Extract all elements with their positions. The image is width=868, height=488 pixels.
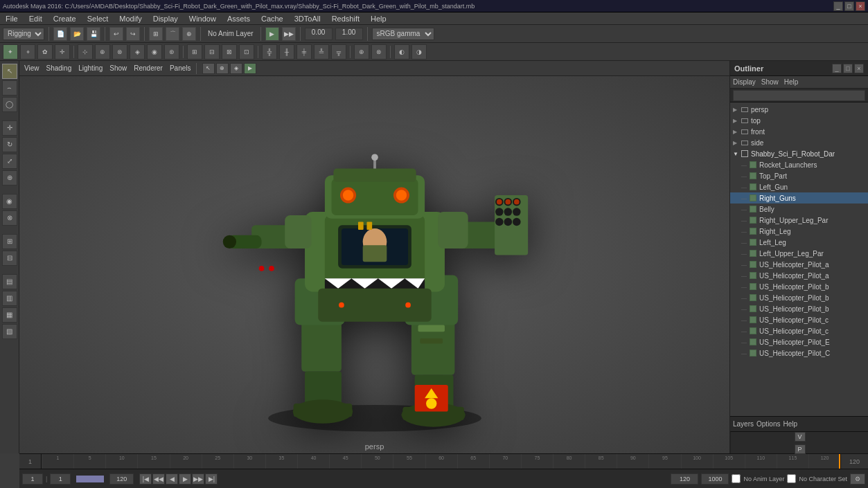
timeline-ruler[interactable]: 1510152025303540455055606570758085909510… xyxy=(42,454,840,469)
outliner-item-persp[interactable]: ▶ persp xyxy=(730,104,868,115)
outliner-item-leftgun[interactable]: — Left_Gun xyxy=(730,181,868,192)
help-tab[interactable]: Help xyxy=(783,420,797,428)
pose-tool-4[interactable]: ╩ xyxy=(314,44,329,60)
menu-help[interactable]: Help xyxy=(368,15,389,23)
go-start-button[interactable]: |◀ xyxy=(139,473,152,485)
vp-button[interactable]: V xyxy=(795,432,806,442)
rig-tool-4[interactable]: ⊡ xyxy=(239,44,254,60)
maximize-button[interactable]: □ xyxy=(844,1,854,11)
show-button[interactable]: ▤ xyxy=(2,274,17,289)
menu-display[interactable]: Display xyxy=(150,15,181,23)
soft-mod2-button[interactable]: ⊗ xyxy=(2,210,17,226)
rig-tool-1[interactable]: ⊞ xyxy=(187,44,202,60)
playrange-bar[interactable] xyxy=(76,476,104,482)
vp-render-btn[interactable]: ◈ xyxy=(230,63,242,74)
layer3-button[interactable]: ▧ xyxy=(2,324,17,339)
move-button[interactable]: ✛ xyxy=(2,120,17,136)
outliner-search-input[interactable] xyxy=(733,90,865,101)
menu-window[interactable]: Window xyxy=(186,15,219,23)
camera2-button[interactable]: ⊟ xyxy=(2,251,17,266)
outliner-item-leftupperleg[interactable]: — Left_Upper_Leg_Par xyxy=(730,248,868,259)
vp-select-btn[interactable]: ↖ xyxy=(202,63,215,74)
vp-playblast-btn[interactable]: ▶ xyxy=(244,63,256,74)
range-end-input[interactable] xyxy=(671,473,698,485)
outliner-item-heli9[interactable]: — US_Helicopter_Pilot_C xyxy=(730,347,868,359)
outliner-item-belly[interactable]: — Belly xyxy=(730,204,868,215)
outliner-close[interactable]: × xyxy=(854,64,864,73)
lighting-menu[interactable]: Lighting xyxy=(76,64,105,72)
prev-frame-button[interactable]: ◀ xyxy=(166,473,178,485)
show-menu[interactable]: Show xyxy=(107,64,129,72)
outliner-item-root[interactable]: ▼ Shabby_Sci_Fi_Robot_Dar xyxy=(730,148,868,159)
camera-button[interactable]: ⊞ xyxy=(2,234,17,249)
menu-3dtoall[interactable]: 3DToAll xyxy=(292,15,324,23)
outliner-item-heli2[interactable]: — US_Helicopter_Pilot_a xyxy=(730,270,868,281)
lasso-tool-button[interactable]: ⌖ xyxy=(20,44,35,60)
redo-button[interactable]: ↪ xyxy=(126,27,140,41)
options-button[interactable]: ⚙ xyxy=(850,473,865,485)
transform-input[interactable]: 0.00 xyxy=(305,28,333,40)
render-seq-button[interactable]: ▶▶ xyxy=(282,27,296,41)
layer-button[interactable]: ▥ xyxy=(2,291,17,306)
move-tool-button[interactable]: ✛ xyxy=(55,44,70,60)
shading-menu[interactable]: Shading xyxy=(44,64,74,72)
options-tab[interactable]: Options xyxy=(756,420,780,428)
close-button[interactable]: × xyxy=(856,1,865,11)
mode-select[interactable]: Rigging xyxy=(3,28,44,40)
prev-key-button[interactable]: ◀◀ xyxy=(152,473,165,485)
outliner-maximize[interactable]: □ xyxy=(843,64,853,73)
pose-tool-3[interactable]: ╪ xyxy=(296,44,312,60)
soft-mod-button[interactable]: ◉ xyxy=(2,194,17,209)
time-end-input[interactable] xyxy=(109,473,134,485)
rotate-button[interactable]: ↻ xyxy=(2,137,17,152)
render-tool-1[interactable]: ◐ xyxy=(394,44,409,60)
select-mode-button[interactable]: ↖ xyxy=(2,64,17,79)
menu-create[interactable]: Create xyxy=(51,15,79,23)
transform-tool-1[interactable]: ⊹ xyxy=(78,44,93,60)
menu-assets[interactable]: Assets xyxy=(224,15,253,23)
play-button[interactable]: ▶ xyxy=(179,473,191,485)
outliner-item-heli5[interactable]: — US_Helicopter_Pilot_b xyxy=(730,303,868,314)
select-tool-button[interactable]: ✦ xyxy=(3,44,18,60)
scale-input[interactable]: 1.00 xyxy=(335,28,363,40)
outliner-item-heli8[interactable]: — US_Helicopter_Pilot_E xyxy=(730,336,868,347)
outliner-item-front[interactable]: ▶ front xyxy=(730,126,868,137)
current-frame-input[interactable] xyxy=(22,473,43,485)
outliner-item-heli1[interactable]: — US_Helicopter_Pilot_a xyxy=(730,259,868,270)
scale-button[interactable]: ⤢ xyxy=(2,154,17,169)
outliner-item-rightguns[interactable]: — Right_Guns xyxy=(730,192,868,204)
outliner-item-toppart[interactable]: — Top_Part xyxy=(730,170,868,181)
new-scene-button[interactable]: 📄 xyxy=(53,27,67,41)
transform-tool-6[interactable]: ⊛ xyxy=(164,44,179,60)
transform-tool-2[interactable]: ⊕ xyxy=(95,44,110,60)
outliner-item-heli4[interactable]: — US_Helicopter_Pilot_b xyxy=(730,292,868,303)
char-set-check[interactable] xyxy=(787,474,796,483)
menu-file[interactable]: File xyxy=(3,15,21,23)
layer2-button[interactable]: ▦ xyxy=(2,307,17,323)
transform-tool-4[interactable]: ◈ xyxy=(130,44,145,60)
outliner-item-top[interactable]: ▶ top xyxy=(730,115,868,126)
range-max-input[interactable] xyxy=(701,473,729,485)
viewport-canvas[interactable]: persp xyxy=(19,76,729,453)
paint-select-button[interactable]: ◯ xyxy=(2,97,17,112)
menu-cache[interactable]: Cache xyxy=(258,15,286,23)
snap-point-button[interactable]: ⊕ xyxy=(182,27,196,41)
menu-select[interactable]: Select xyxy=(85,15,112,23)
universal-manip-button[interactable]: ⊕ xyxy=(2,170,17,186)
go-end-button[interactable]: ▶| xyxy=(205,473,218,485)
outliner-item-heli6[interactable]: — US_Helicopter_Pilot_c xyxy=(730,314,868,325)
undo-button[interactable]: ↩ xyxy=(109,27,123,41)
anim-layer-check[interactable] xyxy=(732,474,741,483)
outliner-item-rightleg[interactable]: — Right_Leg xyxy=(730,226,868,237)
pose-tool-1[interactable]: ╬ xyxy=(262,44,277,60)
current-frame-input-2[interactable] xyxy=(50,473,71,485)
next-frame-button[interactable]: ▶▶ xyxy=(192,473,204,485)
paint-tool-button[interactable]: ✿ xyxy=(37,44,53,60)
panels-menu[interactable]: Panels xyxy=(168,64,193,72)
rig-tool-3[interactable]: ⊠ xyxy=(222,44,237,60)
outliner-item-rightupperleg[interactable]: — Right_Upper_Leg_Par xyxy=(730,215,868,226)
pose-tool-5[interactable]: ╦ xyxy=(331,44,346,60)
snap-curve-button[interactable]: ⌒ xyxy=(166,27,179,41)
view-menu[interactable]: View xyxy=(22,64,42,72)
outliner-menu-show[interactable]: Show xyxy=(761,78,779,86)
